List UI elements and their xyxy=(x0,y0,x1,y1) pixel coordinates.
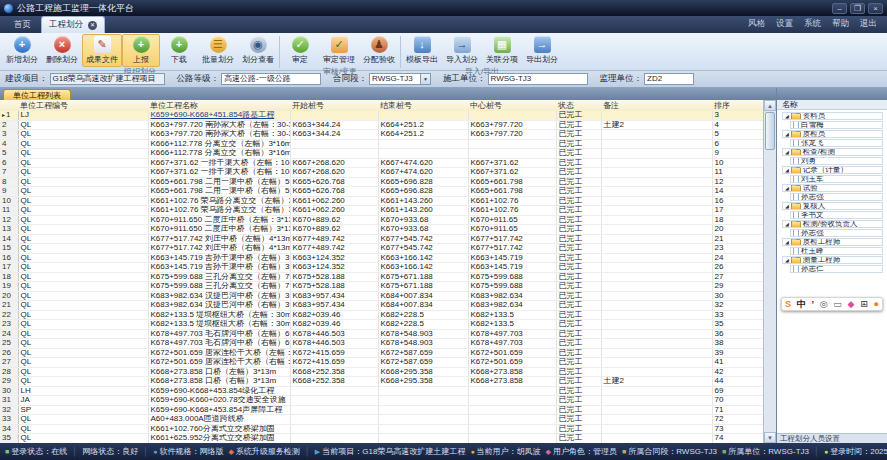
ribbon-button-eye[interactable]: ◉划分查看 xyxy=(238,34,278,67)
table-row[interactable]: 32SPK659+690-K668+453.854声屏障工程已完工71 xyxy=(0,405,763,415)
ime-icon[interactable]: 中 xyxy=(797,298,806,310)
table-row[interactable]: 4QLK666+112.778 分离立交（左幅）3*16m已完工6 xyxy=(0,139,763,149)
table-row[interactable]: 19QLK675+599.688 三孔分离立交（右幅）7*20mK675+528… xyxy=(0,282,763,292)
menu-link[interactable]: 退出 xyxy=(860,18,877,30)
ime-icon[interactable]: ▭ xyxy=(833,298,842,310)
expander-icon[interactable]: ◢ xyxy=(785,257,789,263)
table-row[interactable]: 26QLK672+501.659 唐家连松干大桥（左幅：8-20mK672+41… xyxy=(0,348,763,358)
filter-input[interactable]: G18荣乌高速改扩建工程项目 xyxy=(50,73,165,85)
table-row[interactable]: 24QLK678+497.703 毛石牌河中桥（左幅）6*16mK678+446… xyxy=(0,329,763,339)
table-row[interactable]: 20QLK683+982.634 汉捷巴河中桥（左幅）3*16mK683+957… xyxy=(0,291,763,301)
filter-input[interactable]: ZD2 xyxy=(644,73,694,85)
tree-folder-item[interactable]: ◢记录（计量） xyxy=(782,166,883,174)
tab-unit-project-list[interactable]: 单位工程列表 xyxy=(3,89,71,100)
table-row[interactable]: 15QLK677+517.742 刘庄中桥（右幅）4*13mK677+489.7… xyxy=(0,244,763,254)
ribbon-button-download-circle[interactable]: +下载 xyxy=(160,34,198,67)
tree-folder-item[interactable]: ◢质检工程师 xyxy=(782,238,883,246)
table-row[interactable]: 17QLK663+145.719 吉孙干渠中桥（右幅）3*13mK663+124… xyxy=(0,263,763,273)
tree-person-item[interactable]: 孙志仁 xyxy=(790,265,883,273)
table-row[interactable]: 34QLK661+102.760分离式立交桥梁加固已完工73 xyxy=(0,424,763,434)
table-row[interactable]: 28QLK668+273.858 口桥（左幅）3*13mK668+252.358… xyxy=(0,367,763,377)
tree-folder-item[interactable]: ◢测量工程师 xyxy=(782,256,883,264)
table-row[interactable]: 11QLK661+102.76 荣乌路分离立交（右幅）3*25mK661+062… xyxy=(0,206,763,216)
scrollbar-thumb[interactable] xyxy=(765,112,775,150)
ribbon-button-box-in[interactable]: →导入划分 xyxy=(442,34,482,67)
tree-folder-item[interactable]: ◢质检员 xyxy=(782,130,883,138)
tree-person-item[interactable]: 孙志强 xyxy=(790,229,883,237)
scroll-down-icon[interactable]: ▼ xyxy=(764,432,776,443)
close-button[interactable]: × xyxy=(868,3,883,14)
ribbon-button-grid-link[interactable]: ▦关联分项 xyxy=(482,34,522,67)
minimize-button[interactable]: – xyxy=(832,3,847,14)
tree-folder-item[interactable]: ◢资料员 xyxy=(782,112,883,120)
ribbon-button-delete-circle[interactable]: ×删除划分 xyxy=(42,34,82,67)
tree-person-item[interactable]: 白雪梅 xyxy=(790,121,883,129)
table-row[interactable]: 18QLK675+599.688 三孔分离立交（左幅）7*20mK675+528… xyxy=(0,272,763,282)
table-row[interactable]: 23QLK682+133.5 堤坝枢纽大桥（右幅：30m+3-40m+...K6… xyxy=(0,320,763,330)
column-header[interactable] xyxy=(0,100,18,111)
table-row[interactable]: 35QLK661+625.952分离式立交桥梁加固已完工74 xyxy=(0,434,763,444)
table-row[interactable]: 16QLK663+145.719 吉孙干渠中桥（左幅）3*13mK663+124… xyxy=(0,253,763,263)
ime-icon[interactable]: ⊞ xyxy=(860,298,868,310)
table-row[interactable]: 3QLK663+797.720 南孙家大桥（右幅：30-30mK663+344.… xyxy=(0,130,763,140)
tree-person-item[interactable]: 张龙飞 xyxy=(790,139,883,147)
table-row[interactable]: 21QLK683+982.634 汉捷巴河中桥（右幅）3*16mK683+957… xyxy=(0,301,763,311)
menu-link[interactable]: 系统 xyxy=(804,18,821,30)
filter-input[interactable]: RWSG-TJ3 xyxy=(369,73,421,85)
table-row[interactable]: 25QLK678+497.703 毛石牌河中桥（右幅）6*16mK678+446… xyxy=(0,339,763,349)
table-row[interactable]: 12QLK670+911.650 二度庄中桥（左幅：3*13mK670+889.… xyxy=(0,215,763,225)
tree-person-item[interactable]: 杜玉峰 xyxy=(790,247,883,255)
table-row[interactable]: 14QLK677+517.742 刘庄中桥（左幅）4*13mK677+489.7… xyxy=(0,234,763,244)
expander-icon[interactable]: ◢ xyxy=(785,131,789,137)
table-row[interactable]: 8QLK665+661.798 二用一渠中桥（左幅）5*13mK665+626.… xyxy=(0,177,763,187)
table-row[interactable]: 13QLK670+911.650 二度庄中桥（右幅）3*13mK670+889.… xyxy=(0,225,763,235)
tree-folder-item[interactable]: ◢复核人 xyxy=(782,202,883,210)
ime-icon[interactable]: ● xyxy=(874,298,879,310)
ribbon-button-box-down[interactable]: ↓模板导出 xyxy=(402,34,442,67)
ribbon-button-edit-doc[interactable]: ✎成果文件 xyxy=(82,34,122,67)
tree-person-item[interactable]: 刘玉军 xyxy=(790,175,883,183)
tree-person-item[interactable]: 刘勇 xyxy=(790,157,883,165)
tree-person-item[interactable]: 李书文 xyxy=(790,211,883,219)
ime-icon[interactable]: ◎ xyxy=(820,298,828,310)
table-row[interactable]: 9QLK665+661.798 二用一渠中桥（右幅）5*13mK665+626.… xyxy=(0,187,763,197)
table-row[interactable]: 30LHK659+690-K668+453.854绿化工程已完工69 xyxy=(0,386,763,396)
expander-icon[interactable]: ◢ xyxy=(785,167,789,173)
column-header[interactable]: 排序 xyxy=(712,100,763,111)
table-row[interactable]: 7QLK667+371.62 一排干渠大桥（右幅：10-20mK667+268.… xyxy=(0,168,763,178)
menu-link[interactable]: 帮助 xyxy=(832,18,849,30)
tab-home[interactable]: 首页 xyxy=(4,17,41,33)
table-row[interactable]: 5QLK666+112.778 分离立交（右幅）3*16m已完工9 xyxy=(0,149,763,159)
table-row[interactable]: 29QLK668+273.858 口桥（右幅）3*13mK668+252.358… xyxy=(0,377,763,387)
table-row[interactable]: 10QLK661+102.76 荣乌路分离立交（左幅）3*25mK661+062… xyxy=(0,196,763,206)
ime-icon[interactable]: S xyxy=(785,298,791,310)
table-row[interactable]: 33QLA60+483.000A匝道跨线桥已完工72 xyxy=(0,415,763,425)
column-header[interactable]: 中心桩号 xyxy=(468,100,556,111)
column-header[interactable]: 开始桩号 xyxy=(290,100,378,111)
filter-input[interactable]: RWSG-TJ3 xyxy=(488,73,588,85)
ribbon-button-check-circle[interactable]: ✓审定 xyxy=(281,34,319,67)
table-row[interactable]: 2QLK663+797.720 南孙家大桥（左幅：30-30mK663+344.… xyxy=(0,120,763,130)
dropdown-arrow-icon[interactable]: ▼ xyxy=(421,73,431,85)
ime-icon[interactable]: ◆ xyxy=(848,298,855,310)
column-header[interactable]: 单位工程名称 xyxy=(148,100,290,111)
expander-icon[interactable]: ◢ xyxy=(785,149,789,155)
tree-folder-item[interactable]: ◢试验 xyxy=(782,184,883,192)
tab-close-icon[interactable]: ✕ xyxy=(88,21,97,30)
column-header[interactable]: 状态 xyxy=(556,100,601,111)
column-header[interactable]: 单位工程编号 xyxy=(18,100,148,111)
ribbon-button-upload-circle[interactable]: +上报 xyxy=(122,34,160,67)
expander-icon[interactable]: ◢ xyxy=(785,203,789,209)
tree-folder-item[interactable]: ◢检测/验收负责人 xyxy=(782,220,883,228)
scroll-up-icon[interactable]: ▲ xyxy=(764,100,776,111)
ribbon-button-clipboard-check[interactable]: ✓审定管理 xyxy=(319,34,359,67)
column-header[interactable]: 备注 xyxy=(601,100,712,111)
table-row[interactable]: 22QLK682+133.5 堤坝枢纽大桥（左幅：30m+3-40m+...K6… xyxy=(0,310,763,320)
menu-link[interactable]: 设置 xyxy=(776,18,793,30)
column-header[interactable]: 结束桩号 xyxy=(378,100,468,111)
ribbon-button-person[interactable]: ♟分配验收 xyxy=(359,34,399,67)
ribbon-button-add-circle[interactable]: +新增划分 xyxy=(2,34,42,67)
restore-button[interactable]: ❐ xyxy=(850,3,865,14)
table-row[interactable]: 27QLK672+501.659 唐家连松干大桥（右幅：8-20mK672+41… xyxy=(0,358,763,368)
ribbon-button-db-stack[interactable]: ☰批量划分 xyxy=(198,34,238,67)
